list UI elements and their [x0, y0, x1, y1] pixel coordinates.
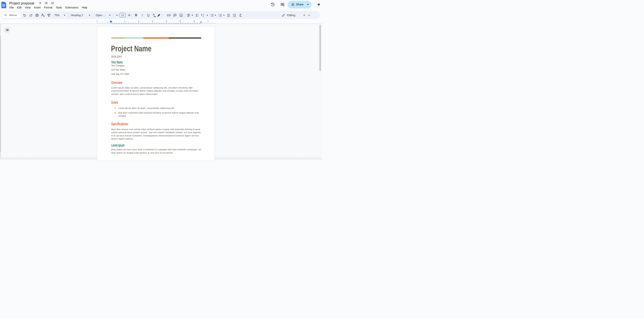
svg-text:3: 3 [219, 16, 220, 17]
